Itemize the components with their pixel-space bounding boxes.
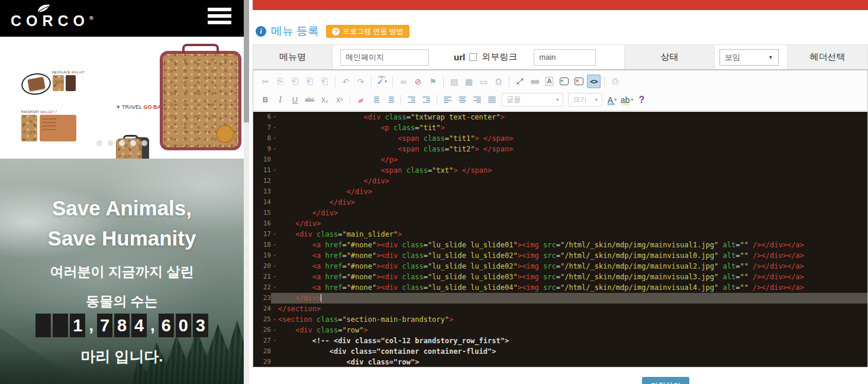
fold-arrow-icon[interactable]: ▾ (271, 240, 278, 250)
fold-arrow-icon[interactable]: ▾ (271, 282, 278, 293)
code-line[interactable]: 22▾ <a href="#none"><div class="lu_slide… (253, 282, 867, 293)
slider-dot[interactable] (141, 140, 147, 146)
preview-scrollbar[interactable] (244, 0, 249, 384)
scrollbar-thumb[interactable] (244, 0, 249, 122)
superscript-icon[interactable]: X² (333, 93, 346, 107)
fold-arrow-icon[interactable]: ▾ (271, 250, 278, 261)
slider-dots[interactable] (96, 140, 147, 146)
fold-arrow-icon[interactable]: ▾ (271, 261, 278, 272)
menu-name-input[interactable] (340, 49, 429, 66)
slider-dot[interactable] (108, 140, 114, 146)
code-line[interactable]: 13 </div> (253, 186, 867, 197)
code-line[interactable]: 7▾ <p class="tit"> (253, 122, 867, 133)
code-line[interactable]: 20▾ <a href="#none"><div class="lu_slide… (253, 261, 867, 272)
fold-arrow-icon[interactable]: ▾ (271, 335, 278, 346)
anchor-flag-icon[interactable]: ⚑ (426, 75, 440, 88)
spellcheck-icon[interactable]: ✓ABC▾ (375, 75, 389, 88)
code-line[interactable]: 11▾ <span class="txt"> </span> (253, 165, 867, 176)
fold-arrow-icon[interactable]: ▾ (271, 314, 278, 325)
screen: CORCO® NECKLACE WALLET PASSPORT WALLET 7… (0, 0, 868, 384)
indent-icon[interactable] (420, 93, 433, 107)
code-line[interactable]: 12 </div> (253, 176, 867, 186)
tag-remove-icon[interactable]: ✕ (572, 75, 586, 88)
horizontal-rule-icon[interactable]: ▭ (477, 75, 491, 88)
code-line[interactable]: 21▾ <a href="#none"><div class="lu_slide… (253, 272, 867, 282)
image-icon[interactable]: ▤ (447, 75, 461, 88)
fold-arrow-icon[interactable]: ▾ (271, 112, 278, 122)
fold-arrow-icon[interactable]: ▾ (271, 229, 278, 240)
copy-icon[interactable]: ⎘ (273, 75, 287, 88)
text-color-icon[interactable]: A▾ (605, 93, 619, 107)
code-line[interactable]: 17▾ <div class="main_slider"> (253, 229, 867, 240)
select-all-icon[interactable]: A (543, 75, 556, 88)
slider-dot[interactable] (130, 140, 136, 146)
paste-as-text-icon[interactable]: ⎗ (303, 75, 317, 88)
hamburger-menu-icon[interactable] (208, 8, 231, 27)
url-input[interactable] (534, 49, 596, 66)
remove-format-icon[interactable]: ▰ (354, 93, 367, 107)
print-icon[interactable]: ⎙ (608, 75, 622, 88)
bullet-list-icon[interactable] (383, 93, 397, 107)
subscript-icon[interactable]: X₂ (318, 93, 331, 107)
link-icon[interactable]: ∞ (396, 75, 410, 88)
underline-icon[interactable]: U (288, 93, 302, 107)
align-left-icon[interactable] (441, 93, 454, 107)
unlink-icon[interactable]: ⊘ (411, 75, 425, 88)
slider-dot[interactable] (119, 140, 125, 146)
source-code-area[interactable]: 6▾ <div class="txtwrap text-center">7▾ <… (253, 112, 867, 367)
font-select[interactable]: 글꼴▾ (502, 93, 563, 107)
align-justify-icon[interactable] (485, 93, 499, 107)
code-line[interactable]: 14 </div> (253, 197, 867, 208)
cut-icon[interactable]: ✂ (259, 75, 272, 88)
slider-dot[interactable] (96, 140, 102, 146)
fold-arrow-icon[interactable]: ▾ (271, 133, 278, 144)
numbered-list-icon[interactable] (369, 93, 382, 107)
code-line[interactable]: 27▾ <!-- <div class="col-12 brandstory_r… (253, 335, 867, 346)
code-line[interactable]: 19▾ <a href="#none"><div class="lu_slide… (253, 250, 867, 261)
code-line[interactable]: 23 </div> (253, 293, 867, 304)
status-select[interactable]: 보임 ▼ (719, 49, 779, 66)
fold-arrow-icon[interactable]: ▾ (271, 272, 278, 282)
line-number: 20 (253, 261, 271, 272)
code-line[interactable]: 10 </p> (253, 154, 867, 165)
help-icon[interactable]: ? (635, 93, 648, 107)
program-link-help-button[interactable]: ? 프로그램 연동 방법 (326, 25, 409, 38)
fold-arrow-icon[interactable]: ▾ (271, 144, 278, 154)
code-line[interactable]: 24</section> (253, 304, 867, 314)
paste-from-word-icon[interactable]: ⎗ (318, 75, 331, 88)
fold-arrow-icon[interactable]: ▾ (271, 165, 278, 176)
code-line[interactable]: 9▾ <span class="tit2"> </span> (253, 144, 867, 154)
size-select[interactable]: 크기▾ (568, 93, 602, 107)
code-line[interactable]: 18▾ <a href="#none"><div class="lu_slide… (253, 240, 867, 250)
table-icon[interactable]: ▦ (462, 75, 476, 88)
find-replace-icon[interactable]: ◎◎ (528, 75, 541, 88)
align-center-icon[interactable] (456, 93, 469, 107)
align-right-icon[interactable] (470, 93, 484, 107)
code-line[interactable]: 16 </div> (253, 218, 867, 229)
outdent-icon[interactable] (405, 93, 418, 107)
strikethrough-icon[interactable]: abc (303, 93, 317, 107)
code-line[interactable]: 25▾<section class="section-main-brandsto… (253, 314, 867, 325)
product-slider[interactable]: NECKLACE WALLET PASSPORT WALLET 7 ✈ TRAV… (0, 37, 244, 159)
external-link-checkbox[interactable] (469, 53, 477, 61)
tag-add-icon[interactable]: + (557, 75, 571, 88)
undo-icon[interactable]: ↶ (339, 75, 353, 88)
save-button[interactable]: 저장하기 (642, 377, 689, 384)
source-icon[interactable]: <> (587, 75, 601, 88)
code-line[interactable]: 15 </div> (253, 208, 867, 218)
redo-icon[interactable]: ↷ (354, 75, 367, 88)
maximize-icon[interactable]: ⤢ (513, 75, 527, 88)
code-line[interactable]: 28 <div class="container container-fluid… (253, 346, 867, 357)
corco-logo[interactable]: CORCO® (11, 2, 93, 30)
special-char-icon[interactable]: Ω (492, 75, 505, 88)
italic-icon[interactable]: I (273, 93, 287, 107)
bg-color-icon[interactable]: ab▾ (620, 93, 634, 107)
fold-arrow-icon[interactable]: ▾ (271, 122, 278, 133)
code-line[interactable]: 6▾ <div class="txtwrap text-center"> (253, 112, 867, 122)
paste-icon[interactable]: ⎗ (288, 75, 302, 88)
bold-icon[interactable]: B (259, 93, 272, 107)
code-line[interactable]: 29 <div class="row"> (253, 357, 867, 367)
code-line[interactable]: 8▾ <span class="tit1"> </span> (253, 133, 867, 144)
fold-arrow-icon[interactable]: ▾ (271, 325, 278, 335)
code-line[interactable]: 26▾ <div class="row"> (253, 325, 867, 335)
